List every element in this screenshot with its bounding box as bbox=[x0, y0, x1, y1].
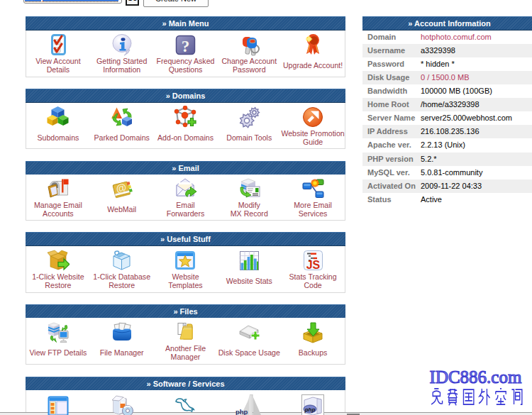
svg-text:?: ? bbox=[182, 37, 190, 55]
svg-text:php: php bbox=[235, 407, 248, 415]
svg-text:JS: JS bbox=[306, 258, 321, 270]
svg-text:php: php bbox=[304, 406, 316, 412]
